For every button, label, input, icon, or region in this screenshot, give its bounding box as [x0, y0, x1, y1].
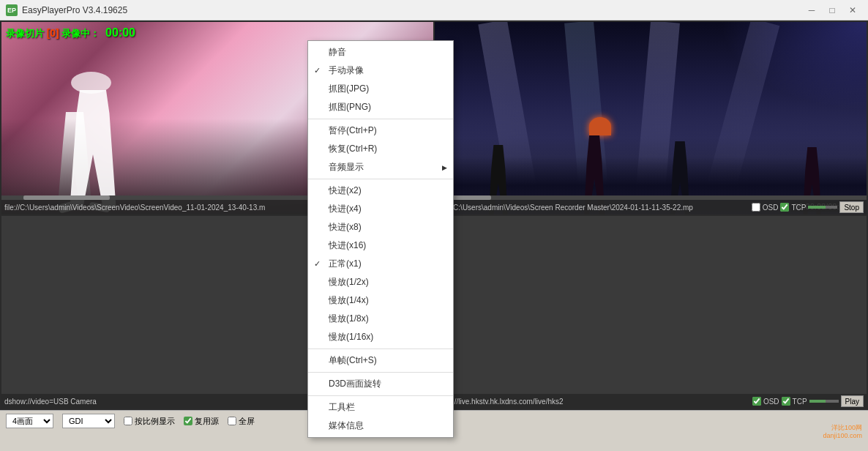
tcp-label-br: TCP [793, 398, 807, 406]
menu-item-single-frame[interactable]: 单帧(Ctrl+S) [308, 351, 453, 370]
menu-item-slow4[interactable]: 慢放(1/4x) [308, 291, 453, 310]
menu-item-capture-jpg[interactable]: 抓图(JPG) [308, 80, 453, 98]
render-dropdown[interactable]: GDI D3D OpenGL [62, 414, 115, 428]
fullscreen-option: 全屏 [228, 416, 255, 427]
render-select: GDI D3D OpenGL [62, 414, 115, 428]
ambient-light [720, 22, 867, 110]
play-button-br[interactable]: Play [841, 395, 864, 407]
recording-label: 录像切片 [6, 28, 44, 39]
reuse-label: 复用源 [195, 416, 219, 427]
title-bar-left: EP EasyPlayerPro V3.4.19625 [6, 4, 127, 16]
menu-sep-5 [308, 395, 453, 396]
menu-item-capture-png[interactable]: 抓图(PNG) [308, 98, 453, 116]
osd-label-tr: OSD [763, 204, 779, 212]
aspect-ratio-checkbox[interactable] [124, 417, 132, 425]
performer-hair [589, 117, 611, 135]
menu-item-slow2[interactable]: 慢放(1/2x) [308, 273, 453, 291]
menu-item-normal[interactable]: 正常(x1) [308, 255, 453, 273]
video-cell-bottom-right[interactable]: rtmp://live.hkstv.hk.lxdns.com/live/hks2… [435, 216, 867, 409]
menu-sep-2 [308, 179, 453, 179]
tcp-checkbox-tr[interactable] [780, 203, 789, 212]
menu-sep-4 [308, 372, 453, 373]
menu-item-fast16[interactable]: 快进(x16) [308, 236, 453, 255]
recording-overlay: 录像切片 [0] 录像中： 00:00 [6, 26, 135, 40]
watermark-line1: 洋比100网 [823, 424, 862, 433]
stop-button-tr[interactable]: Stop [839, 201, 864, 213]
watermark: 洋比100网 danji100.com [823, 424, 862, 441]
window-title: EasyPlayerPro V3.4.19625 [22, 5, 127, 15]
volume-slider-br[interactable] [809, 400, 839, 403]
reuse-option: 复用源 [184, 416, 219, 427]
menu-item-fast8[interactable]: 快进(x8) [308, 218, 453, 236]
menu-item-toolbar[interactable]: 工具栏 [308, 398, 453, 417]
minimize-button[interactable]: ─ [802, 3, 821, 18]
url-label-tr: file://C:\Users\admin\Videos\Screen Reco… [438, 204, 749, 212]
fullscreen-checkbox[interactable] [228, 417, 236, 425]
url-label-br: rtmp://live.hkstv.hk.lxdns.com/live/hks2 [438, 398, 750, 406]
screen-select: 4画面 1画面 9画面 16画面 [6, 414, 53, 428]
close-button[interactable]: ✕ [843, 3, 862, 18]
menu-sep-1 [308, 119, 453, 119]
video-bg-tr [435, 22, 867, 215]
screen-layout-dropdown[interactable]: 4画面 1画面 9画面 16画面 [6, 414, 53, 428]
volume-slider-tr[interactable] [808, 206, 837, 209]
menu-item-media-info[interactable]: 媒体信息 [308, 417, 453, 435]
menu-sep-3 [308, 348, 453, 349]
fullscreen-label: 全屏 [239, 416, 255, 427]
aspect-ratio-label: 按比例显示 [135, 416, 175, 427]
menu-item-slow16[interactable]: 慢放(1/16x) [308, 328, 453, 346]
window-controls: ─ □ ✕ [802, 3, 862, 18]
aspect-ratio-option: 按比例显示 [124, 416, 175, 427]
ctrl-bar-tr: file://C:\Users\admin\Videos\Screen Reco… [435, 200, 867, 215]
reuse-checkbox[interactable] [184, 417, 192, 425]
osd-label-br: OSD [763, 398, 779, 406]
menu-item-fast2[interactable]: 快进(x2) [308, 182, 453, 200]
menu-item-resume[interactable]: 恢复(Ctrl+R) [308, 140, 453, 158]
app-icon: EP [6, 4, 18, 16]
ctrl-bar-br: rtmp://live.hkstv.hk.lxdns.com/live/hks2… [435, 394, 867, 409]
video-cell-top-right[interactable]: 00:00:08/00:01:09 file://C:\Users\admin\… [435, 22, 867, 215]
menu-item-manual-record[interactable]: 手动录像 [308, 61, 453, 80]
menu-item-audio-display[interactable]: 音频显示 [308, 158, 453, 176]
osd-checkbox-br[interactable] [752, 397, 761, 406]
recording-status: 录像中： [61, 28, 100, 39]
osd-checkbox-tr[interactable] [752, 203, 760, 212]
menu-item-fast4[interactable]: 快进(x4) [308, 200, 453, 218]
tcp-label-tr: TCP [791, 204, 806, 212]
maximize-button[interactable]: □ [823, 3, 842, 18]
video-bg-br [435, 216, 867, 409]
menu-item-slow8[interactable]: 慢放(1/8x) [308, 310, 453, 328]
recording-num: [0] [47, 27, 59, 39]
menu-item-mute[interactable]: 静音 [308, 43, 453, 61]
context-menu: 静音 手动录像 抓图(JPG) 抓图(PNG) 暂停(Ctrl+P) 恢复(Ct… [307, 40, 454, 438]
menu-item-pause[interactable]: 暂停(Ctrl+P) [308, 122, 453, 140]
watermark-line2: danji100.com [823, 432, 862, 441]
title-bar: EP EasyPlayerPro V3.4.19625 ─ □ ✕ [0, 0, 868, 20]
recording-time: 00:00 [105, 26, 135, 39]
tcp-checkbox-br[interactable] [782, 397, 790, 406]
menu-item-d3d-rotate[interactable]: D3D画面旋转 [308, 375, 453, 393]
